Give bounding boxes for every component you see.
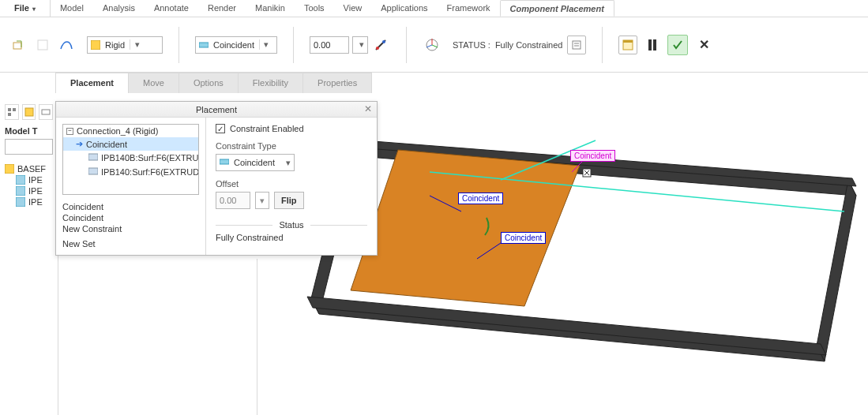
svg-line-10 — [426, 45, 432, 47]
svg-rect-41 — [88, 168, 98, 174]
tree-root-label: BASEF — [17, 164, 46, 174]
offset-label: Offset — [216, 179, 367, 189]
svg-rect-16 — [8, 108, 11, 111]
tab-options[interactable]: Options — [178, 73, 239, 93]
svg-rect-19 — [25, 108, 33, 116]
menu-tools[interactable]: Tools — [295, 0, 334, 17]
tree-connection[interactable]: − Connection_4 (Rigid) — [63, 125, 198, 137]
cancel-button[interactable]: ✕ — [699, 37, 709, 52]
menu-framework[interactable]: Framework — [438, 0, 500, 17]
svg-line-9 — [432, 45, 438, 47]
rigid-label: Rigid — [105, 40, 125, 50]
window-icon[interactable] — [618, 36, 637, 54]
svg-rect-42 — [220, 159, 229, 164]
rigid-combo[interactable]: Rigid ▾ — [87, 36, 163, 54]
coincident-icon — [220, 157, 229, 168]
menu-applications[interactable]: Applications — [371, 0, 437, 17]
part-icon — [16, 197, 25, 207]
offset-input[interactable] — [310, 36, 349, 54]
menu-render[interactable]: Render — [198, 0, 246, 17]
tree-root[interactable]: BASEF — [5, 164, 53, 174]
svg-rect-20 — [42, 110, 50, 114]
svg-rect-2 — [91, 40, 100, 50]
menu-view[interactable]: View — [334, 0, 372, 17]
constraint-list: Coincident Coincident New Constraint — [62, 201, 199, 234]
offset-value-input[interactable] — [216, 192, 250, 209]
flip-icon[interactable] — [371, 36, 390, 54]
sidebar-view-icon-1[interactable] — [5, 104, 19, 120]
chevron-down-icon: ▾ — [259, 39, 270, 50]
constraint-type-combo[interactable]: Coincident ▾ — [216, 154, 295, 171]
ribbon: Rigid ▾ Coincident ▾ ▾ STATUS : Fully Co… — [0, 17, 868, 73]
rigid-icon — [91, 40, 100, 50]
constraint-type-value: Coincident — [234, 158, 275, 167]
list-item[interactable]: Coincident — [62, 212, 199, 223]
csys-icon[interactable] — [423, 36, 442, 54]
tree-child-1[interactable]: IPE — [5, 175, 53, 185]
offset-unit-combo[interactable]: ▾ — [352, 36, 368, 54]
constraint-type-label: Constraint Type — [216, 141, 367, 151]
chevron-down-icon: ▾ — [130, 39, 141, 50]
tree-ref-1-label: IPB140B:Surf:F6(EXTRU — [101, 153, 198, 163]
menu-analysis[interactable]: Analysis — [93, 0, 145, 17]
svg-rect-22 — [16, 175, 25, 185]
constraint-tag-1[interactable]: Coincident — [458, 193, 503, 204]
svg-marker-31 — [351, 150, 580, 306]
coincident-combo[interactable]: Coincident ▾ — [195, 36, 277, 54]
vertical-divider — [257, 259, 257, 415]
tree-ref-2[interactable]: IPB140:Surf:F6(EXTRUD — [63, 165, 198, 179]
menu-file[interactable]: File — [5, 0, 51, 17]
svg-rect-18 — [8, 113, 11, 116]
tree-child-3[interactable]: IPE — [5, 197, 53, 207]
tree-ref-2-label: IPB140:Surf:F6(EXTRUD — [101, 167, 198, 177]
dialog-title: Placement — [196, 105, 237, 114]
list-item[interactable]: Coincident — [62, 201, 199, 212]
tree-child-2[interactable]: IPE — [5, 186, 53, 196]
model-tree-label: Model T — [5, 126, 53, 136]
svg-rect-17 — [13, 108, 16, 111]
coincident-label: Coincident — [213, 40, 254, 50]
tab-properties[interactable]: Properties — [302, 73, 372, 93]
close-icon[interactable]: ✕ — [364, 103, 372, 114]
ok-button[interactable] — [667, 35, 688, 55]
new-set[interactable]: New Set — [62, 239, 199, 249]
svg-rect-15 — [623, 40, 633, 43]
ribbon-icon-2[interactable] — [33, 36, 52, 54]
subtabs: Placement Move Options Flexibility Prope… — [55, 73, 868, 93]
constraint-tag-active[interactable]: Coincident — [570, 150, 615, 162]
coincident-icon — [199, 40, 209, 50]
sidebar-view-icon-2[interactable] — [22, 104, 36, 120]
status-section-label: Status — [272, 220, 310, 230]
tree-constraint-active[interactable]: ➔ Coincident — [63, 137, 198, 151]
collapse-icon[interactable]: − — [66, 128, 73, 135]
tab-flexibility[interactable]: Flexibility — [238, 73, 303, 93]
svg-marker-27 — [817, 180, 856, 361]
offset-unit-dd[interactable]: ▾ — [255, 192, 269, 209]
svg-rect-1 — [38, 40, 47, 50]
sidebar-view-icon-3[interactable] — [39, 104, 53, 120]
ribbon-icon-3[interactable] — [57, 36, 76, 54]
surface-icon — [88, 152, 98, 163]
flip-button[interactable]: Flip — [274, 192, 304, 209]
svg-rect-11 — [573, 41, 581, 49]
status-value: Fully Constrained — [495, 40, 563, 50]
checkbox-icon[interactable] — [216, 124, 225, 133]
tree-child-2-label: IPE — [28, 186, 43, 196]
chevron-down-icon: ▾ — [355, 39, 366, 50]
tab-placement[interactable]: Placement — [55, 73, 129, 93]
menu-model[interactable]: Model — [51, 0, 93, 17]
tree-ref-1[interactable]: IPB140B:Surf:F6(EXTRU — [63, 151, 198, 165]
constraint-tag-2[interactable]: Coincident — [501, 232, 546, 244]
menu-annotate[interactable]: Annotate — [145, 0, 198, 17]
menu-manikin[interactable]: Manikin — [246, 0, 295, 17]
tab-move[interactable]: Move — [128, 73, 179, 93]
status-options-icon[interactable] — [567, 36, 586, 54]
pause-button[interactable] — [648, 39, 656, 50]
constraint-enabled-row[interactable]: Constraint Enabled — [216, 124, 367, 133]
menu-component-placement[interactable]: Component Placement — [500, 0, 614, 17]
assembly-icon — [5, 164, 14, 174]
list-item-new[interactable]: New Constraint — [62, 223, 199, 234]
ribbon-icon-1[interactable] — [9, 36, 28, 54]
dialog-titlebar[interactable]: Placement ✕ — [56, 102, 377, 118]
model-tree-search[interactable] — [5, 139, 53, 155]
